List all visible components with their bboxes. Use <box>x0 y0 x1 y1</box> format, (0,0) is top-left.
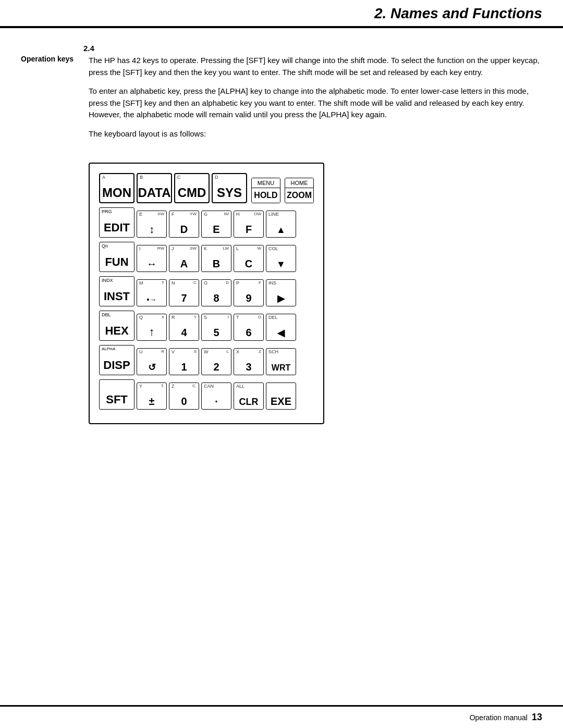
key-data-label: DATA <box>138 187 170 199</box>
key-9[interactable]: P F 9 <box>234 279 264 306</box>
key-home-zoom[interactable]: HOME ZOOM <box>285 178 314 203</box>
key-sys-alpha: D <box>215 175 218 180</box>
key-sys[interactable]: D SYS <box>212 173 247 203</box>
key-plusminus[interactable]: Y T. ± <box>137 382 167 410</box>
key-data-alpha: B <box>140 175 143 180</box>
key-ow[interactable]: H OW F <box>234 211 264 238</box>
key-row-2: PRG EDIT E XW ↕ F YW D G IW <box>99 207 314 238</box>
key-mon-label: MON <box>102 187 131 199</box>
section-label: Operation keys <box>21 55 89 147</box>
key-sw[interactable]: J SW A <box>169 245 199 272</box>
key-0[interactable]: Z C. 0 <box>169 382 199 410</box>
key-hold-label: HOLD <box>252 188 280 203</box>
key-row-3: Qn FUN I RW ↔ J SW A K LW <box>99 242 314 272</box>
key-col[interactable]: COL ▼ <box>266 245 296 272</box>
key-row-4: INDX INST M T •→ N C 7 O D <box>99 276 314 306</box>
key-clr[interactable]: ALL CLR <box>234 382 264 410</box>
footer-page: 13 <box>532 712 542 723</box>
key-rw[interactable]: I RW ↔ <box>137 245 167 272</box>
key-3[interactable]: X Z 3 <box>234 348 264 375</box>
key-cmd[interactable]: C CMD <box>174 173 210 203</box>
key-8[interactable]: O D 8 <box>201 279 231 306</box>
key-qn-fun[interactable]: Qn FUN <box>99 242 134 272</box>
key-cmd-label: CMD <box>178 187 206 199</box>
key-menu-label: MENU <box>252 178 280 188</box>
key-1[interactable]: V S 1 <box>169 348 199 375</box>
key-indx-inst[interactable]: INDX INST <box>99 276 134 306</box>
key-fun-label: FUN <box>105 255 128 269</box>
key-row-1: A MON B DATA C CMD D SYS <box>99 173 314 203</box>
key-cmd-alpha: C <box>177 175 181 180</box>
key-lw[interactable]: K LW B <box>201 245 231 272</box>
key-row-5: DBL HEX Q X ↑ R Y 4 S I <box>99 311 314 341</box>
key-xw[interactable]: E XW ↕ <box>137 211 167 238</box>
key-alpha-label: ALPHA <box>102 347 115 351</box>
footer-text: Operation manual <box>470 713 528 722</box>
key-indx-label: INDX <box>102 278 113 283</box>
key-data[interactable]: B DATA <box>137 173 172 203</box>
key-dbl-hex[interactable]: DBL HEX <box>99 311 134 341</box>
key-prg-label: PRG <box>102 209 112 214</box>
key-exe[interactable]: EXE <box>266 382 296 410</box>
key-prg-edit[interactable]: PRG EDIT <box>99 207 134 238</box>
key-6[interactable]: T O 6 <box>234 314 264 341</box>
key-xw-sym: ↕ <box>149 224 154 235</box>
key-row-7: SFT Y T. ± Z C. 0 CAN · <box>99 379 314 410</box>
key-home-label: HOME <box>285 178 313 188</box>
key-inst-label: INST <box>104 290 130 303</box>
key-sft[interactable]: SFT <box>99 379 134 410</box>
key-5[interactable]: S I 5 <box>201 314 231 341</box>
key-iw[interactable]: G IW E <box>201 211 231 238</box>
page-header: 2. Names and Functions <box>0 0 563 28</box>
key-line[interactable]: LINE ▲ <box>266 211 296 238</box>
key-zoom-label: ZOOM <box>285 188 313 203</box>
key-sys-label: SYS <box>217 187 242 199</box>
page-footer: Operation manual 13 <box>0 705 563 728</box>
key-menu-hold[interactable]: MENU HOLD <box>251 178 280 203</box>
key-r[interactable]: U R ↺ <box>137 348 167 375</box>
key-wrt[interactable]: SCH WRT <box>266 348 296 375</box>
key-qn-label: Qn <box>102 243 108 249</box>
key-dbl-label: DBL <box>102 312 111 317</box>
key-4[interactable]: R Y 4 <box>169 314 199 341</box>
paragraph-2: To enter an alphabetic key, press the [A… <box>89 85 542 121</box>
key-yw[interactable]: F YW D <box>169 211 199 238</box>
key-7[interactable]: N C 7 <box>169 279 199 306</box>
key-can[interactable]: CAN · <box>201 382 231 410</box>
body-section: Operation keys The HP has 42 keys to ope… <box>21 55 542 147</box>
key-mon-alpha: A <box>102 175 105 180</box>
chapter-title: 2. Names and Functions <box>374 5 542 22</box>
key-edit-label: EDIT <box>104 221 130 235</box>
key-del[interactable]: DEL ◀ <box>266 314 296 341</box>
section-number: 2.4 <box>83 44 542 53</box>
key-alpha-disp[interactable]: ALPHA DISP <box>99 345 134 375</box>
keyboard-wrapper: A MON B DATA C CMD D SYS <box>89 163 542 424</box>
paragraph-1: The HP has 42 keys to operate. Pressing … <box>89 55 542 78</box>
key-x[interactable]: Q X ↑ <box>137 314 167 341</box>
section-text: The HP has 42 keys to operate. Pressing … <box>89 55 542 147</box>
paragraph-3: The keyboard layout is as follows: <box>89 128 542 140</box>
key-row-6: ALPHA DISP U R ↺ V S 1 W L <box>99 345 314 375</box>
key-ins[interactable]: INS ▶ <box>266 279 296 306</box>
key-w[interactable]: L W C <box>234 245 264 272</box>
key-2[interactable]: W L 2 <box>201 348 231 375</box>
key-hex-label: HEX <box>105 324 128 338</box>
keyboard-diagram: A MON B DATA C CMD D SYS <box>89 163 324 424</box>
key-disp-label: DISP <box>103 359 130 372</box>
key-t[interactable]: M T •→ <box>137 279 167 306</box>
page-content: 2.4 Operation keys The HP has 42 keys to… <box>0 28 563 445</box>
key-mon[interactable]: A MON <box>99 173 134 203</box>
key-sft-label: SFT <box>106 393 128 406</box>
